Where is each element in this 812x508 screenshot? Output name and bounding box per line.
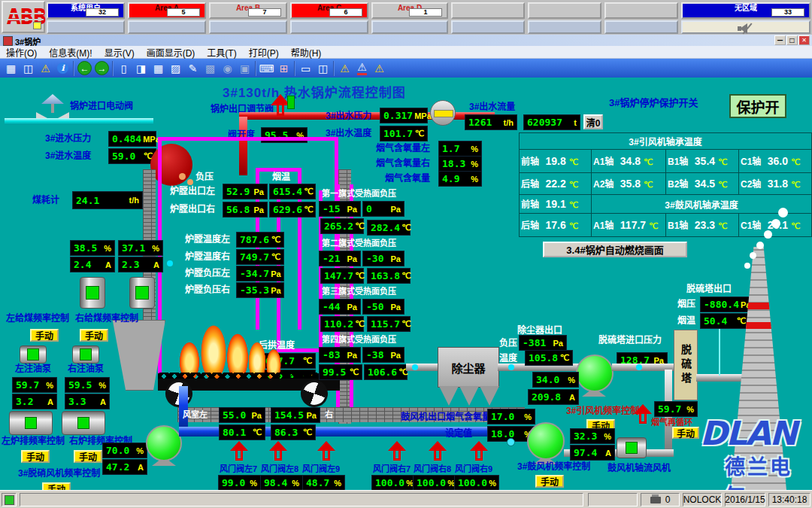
titlebar: 3#锅炉 — □ ✕ <box>0 35 812 46</box>
damper-left7-valve-icon[interactable] <box>230 441 248 462</box>
display-doc-icon[interactable]: ◨ <box>132 60 150 76</box>
surface2-label: 第二旗式受热面负压 <box>322 239 396 248</box>
restore-button[interactable]: □ <box>786 35 798 45</box>
clear-total-button[interactable]: 清0 <box>583 114 603 129</box>
close-button[interactable]: ✕ <box>798 35 810 45</box>
pipe-node <box>167 260 173 266</box>
report-doc-icon[interactable]: ▯ <box>115 60 132 76</box>
feeder-left-pct-display: 38.5% <box>70 240 115 256</box>
dust-hopper <box>459 386 479 406</box>
toolbar-separator <box>333 61 335 76</box>
menu-screen-display[interactable]: 画面显示(D) <box>147 46 195 59</box>
denox-manual-button[interactable]: 手动 <box>42 482 71 490</box>
grid-view-icon[interactable]: ▦ <box>2 60 20 76</box>
outlet-control-valve-icon[interactable] <box>268 94 293 123</box>
denox-ctrl-label: 3#脱硝风机频率控制 <box>18 469 100 478</box>
oil-pump-left-icon[interactable] <box>20 345 47 364</box>
alarm-group-system-user[interactable]: 系统用户32 <box>47 2 125 19</box>
damper-right8-valve-icon[interactable] <box>429 441 447 462</box>
denox-fan-icon[interactable] <box>146 425 182 461</box>
alarm-page-icon[interactable]: ⚠ <box>336 60 353 76</box>
doc-disabled-icon[interactable]: ▩ <box>201 60 219 76</box>
menu-info-table[interactable]: 信息表(M)! <box>49 46 92 59</box>
grate-left-ctrl-label: 左炉排频率控制 <box>2 437 65 446</box>
recirc-valve-icon[interactable] <box>634 404 652 425</box>
menu-tools[interactable]: 工具(T) <box>207 46 236 59</box>
alarm-count: 1 <box>409 8 442 17</box>
induced-fan-icon[interactable] <box>576 354 614 392</box>
recirc-label: 烟气再循环 <box>651 418 692 427</box>
sheet-doc-icon[interactable]: ▦ <box>150 60 167 76</box>
menu-display[interactable]: 显示(V) <box>105 46 135 59</box>
alarm-group-area-c[interactable]: Area C6 <box>290 2 368 19</box>
feeder-left-motor-icon[interactable] <box>80 277 105 309</box>
clock-icon[interactable]: ◉ <box>219 60 236 76</box>
dust-collector[interactable]: 除尘器 <box>438 347 499 388</box>
alarm-warning-icon[interactable]: ⚠ <box>37 60 54 76</box>
alarm-group-area-d[interactable]: Area D1 <box>371 2 448 19</box>
pipe-node <box>187 179 193 185</box>
alarm-ack-icon[interactable]: ⚠ <box>353 60 371 76</box>
menu-help[interactable]: 帮助(H) <box>291 46 322 59</box>
info-icon[interactable]: i <box>54 60 71 76</box>
wind-chamber-pa-left-display: 55.0Pa <box>219 407 265 423</box>
damper-right7-valve-icon[interactable] <box>388 441 406 462</box>
denox-pct-display: 70.0% <box>102 443 147 458</box>
auto-burn-screen-button[interactable]: 3.4#锅炉自动燃烧画面 <box>543 242 687 257</box>
desulf-tower[interactable]: 脱硫塔 <box>674 330 698 400</box>
cascade-windows-icon[interactable]: ▭ <box>297 60 314 76</box>
coal-meter-label: 煤耗计 <box>32 196 59 205</box>
trend-doc-icon[interactable]: ▨ <box>167 60 184 76</box>
furnace-outlet-right-pa-display: 56.8Pa <box>223 202 268 217</box>
circulation-pump-icon[interactable] <box>430 100 456 126</box>
feeder-right-motor-icon[interactable] <box>129 277 155 309</box>
recirc-manual-button[interactable]: 手动 <box>672 427 699 439</box>
damper-left8-valve-icon[interactable] <box>269 441 287 462</box>
coal-meter-display: 24.1t/h <box>72 191 143 209</box>
grate-left-motor-icon[interactable] <box>9 411 53 435</box>
alarm-group-area-b[interactable]: Area B7 <box>209 2 287 19</box>
smoke-puff <box>756 242 764 249</box>
alarm-group-area-a[interactable]: Area A5 <box>128 2 206 19</box>
feeder-left-amp-display: 2.4A <box>70 257 115 272</box>
wind-chamber-left-label: 风室左 <box>183 411 208 419</box>
forward-icon[interactable]: → <box>93 60 111 76</box>
edit-doc-icon[interactable]: ✎ <box>184 60 201 76</box>
damper-right9-valve-icon[interactable] <box>470 441 488 462</box>
blower-fan-icon[interactable] <box>527 422 565 460</box>
protection-on-button[interactable]: 保护开 <box>729 94 786 118</box>
dust-outlet-label: 除尘器出口 <box>517 326 562 335</box>
keyboard-icon[interactable]: ⌨ <box>258 60 275 76</box>
feeder-left-manual-button[interactable]: 手动 <box>30 329 59 342</box>
menu-operate[interactable]: 操作(O) <box>6 46 37 59</box>
mute-button[interactable] <box>681 20 810 34</box>
outlet-flow-label: 3#出水流量 <box>469 102 515 111</box>
feeder-left-ctrl-label: 左给煤频率控制 <box>6 314 69 323</box>
blower-manual-button[interactable]: 手动 <box>535 475 564 488</box>
smoke-puff <box>778 208 788 217</box>
oil-pump-right-label: 右注油泵 <box>68 364 104 373</box>
back-icon[interactable]: ← <box>76 60 93 76</box>
oil-pump-right-icon[interactable] <box>72 345 99 364</box>
furnace-outlet-left-temp-display: 615.4℃ <box>269 184 316 199</box>
grate-right-manual-button[interactable]: 手动 <box>74 450 102 463</box>
grate-right-motor-icon[interactable] <box>62 411 105 435</box>
alarm-list-icon[interactable]: ⚠ <box>371 60 388 76</box>
furnace-temp-right-label: 炉膛温度右 <box>185 252 230 261</box>
menu-print[interactable]: 打印(P) <box>249 46 279 59</box>
setpoint-slider-dot[interactable] <box>507 438 515 446</box>
axial-fan-icon[interactable] <box>617 437 647 458</box>
damper-left9-valve-icon[interactable] <box>317 441 335 462</box>
doc2-disabled-icon[interactable]: ▣ <box>236 60 253 76</box>
o2-left-label: 烟气含氧量左 <box>376 144 430 153</box>
grate-left-manual-button[interactable]: 手动 <box>21 450 50 463</box>
tower-outlet-label: 脱硫塔出口 <box>686 284 732 294</box>
screen-add-icon[interactable]: ⊞ <box>275 60 292 76</box>
tile-windows-icon[interactable]: ◫ <box>314 60 332 76</box>
table-cell: 前轴 19.1℃ <box>520 195 592 214</box>
alarm-group-no-area[interactable]: 无区域33 <box>681 2 810 19</box>
feeder-right-manual-button[interactable]: 手动 <box>80 329 108 342</box>
flue-temp-header: 烟温 <box>272 172 290 181</box>
minimize-button[interactable]: — <box>774 35 786 45</box>
group-view-icon[interactable]: ◫ <box>20 60 37 76</box>
